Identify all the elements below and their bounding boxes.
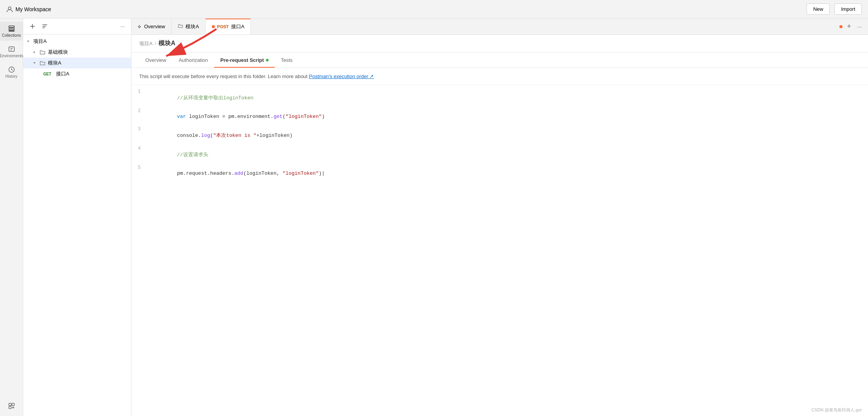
add-tab-button[interactable]: + bbox=[846, 21, 853, 32]
tree-item-interfaceA[interactable]: GET 接口A bbox=[23, 68, 131, 79]
svg-rect-1 bbox=[9, 26, 14, 27]
tab-interfaceA-label: 接口A bbox=[231, 23, 245, 30]
code-line-4: 4 //设置请求头 bbox=[131, 145, 868, 164]
svg-rect-3 bbox=[9, 31, 14, 31]
svg-point-0 bbox=[8, 7, 11, 9]
sub-tab-pre-request-label: Pre-request Script bbox=[220, 57, 264, 63]
get-method-badge: GET bbox=[42, 72, 53, 77]
sub-tab-tests-label: Tests bbox=[281, 57, 293, 63]
sidebar-item-collections[interactable]: Collections bbox=[0, 22, 23, 41]
chevron-down-icon bbox=[26, 39, 32, 43]
overview-icon: ⟡ bbox=[138, 23, 141, 30]
sidebar-item-more[interactable] bbox=[0, 399, 23, 416]
svg-marker-19 bbox=[34, 51, 35, 53]
line-num-5: 5 bbox=[131, 165, 147, 170]
tab-active-dot bbox=[212, 25, 215, 28]
sub-tab-authorization[interactable]: Authorization bbox=[172, 53, 214, 68]
tab-overview[interactable]: ⟡ Overview bbox=[131, 19, 172, 34]
import-button[interactable]: Import bbox=[834, 3, 862, 15]
sidebar-item-history[interactable]: History bbox=[0, 63, 23, 82]
unsaved-dot bbox=[839, 25, 842, 28]
line-num-3: 3 bbox=[131, 126, 147, 132]
code-line-2: 2 var loginToken = pm.environment.get("l… bbox=[131, 107, 868, 126]
sort-collections-button[interactable] bbox=[40, 22, 49, 31]
sub-tab-overview[interactable]: Overview bbox=[139, 53, 172, 68]
line-content-2: var loginToken = pm.environment.get("log… bbox=[147, 108, 868, 125]
folder-icon bbox=[39, 49, 46, 55]
page-header: 项目A / 模块A bbox=[131, 35, 868, 53]
collections-header: ··· bbox=[23, 19, 131, 34]
jichu-module-label: 基础模块 bbox=[48, 49, 68, 56]
topbar: My Workspace New Import bbox=[0, 0, 868, 19]
tab-overview-label: Overview bbox=[144, 24, 165, 29]
sidebar-icons: Collections Environments History bbox=[0, 19, 23, 416]
tab-folder-icon bbox=[178, 23, 183, 30]
code-line-1: 1 //从环境变量中取出loginToken bbox=[131, 88, 868, 107]
line-num-2: 2 bbox=[131, 108, 147, 114]
script-info-text: This script will execute before every re… bbox=[139, 73, 308, 79]
svg-marker-20 bbox=[33, 62, 36, 64]
sub-tabs: Overview Authorization Pre-request Scrip… bbox=[131, 53, 868, 68]
workspace-title: My Workspace bbox=[6, 6, 51, 13]
pre-request-dot bbox=[266, 59, 269, 61]
breadcrumb-current: 模块A bbox=[158, 39, 175, 48]
collections-label: Collections bbox=[2, 33, 21, 38]
breadcrumb: 项目A / 模块A bbox=[139, 39, 175, 48]
history-label: History bbox=[5, 74, 17, 78]
tab-moduleA-label: 模块A bbox=[186, 23, 199, 30]
svg-rect-8 bbox=[9, 403, 11, 406]
sub-tab-tests[interactable]: Tests bbox=[275, 53, 299, 68]
new-button[interactable]: New bbox=[807, 3, 830, 15]
code-line-3: 3 console.log("本次token is "+loginToken) bbox=[131, 126, 868, 145]
main-layout: Collections Environments History bbox=[0, 19, 868, 416]
breadcrumb-sep: / bbox=[155, 41, 157, 46]
line-content-5: pm.request.headers.add(loginToken, "logi… bbox=[147, 165, 868, 182]
execution-order-link[interactable]: Postman's execution order ↗ bbox=[309, 73, 374, 79]
tab-moduleA[interactable]: 模块A bbox=[172, 19, 206, 34]
more-tabs-button[interactable]: ··· bbox=[856, 22, 863, 31]
sidebar-item-environments[interactable]: Environments bbox=[0, 42, 23, 61]
line-content-3: console.log("本次token is "+loginToken) bbox=[147, 126, 868, 145]
svg-rect-4 bbox=[9, 47, 14, 51]
post-method-label: POST bbox=[217, 24, 229, 29]
tree-item-moduleA[interactable]: 模块A bbox=[23, 58, 131, 68]
collections-panel: ··· 项目A bbox=[23, 19, 131, 416]
code-editor[interactable]: 1 //从环境变量中取出loginToken 2 var loginToken … bbox=[131, 85, 868, 416]
sub-tab-pre-request[interactable]: Pre-request Script bbox=[214, 53, 275, 68]
line-num-1: 1 bbox=[131, 89, 147, 94]
line-content-4: //设置请求头 bbox=[147, 145, 868, 164]
tab-actions: + ··· bbox=[835, 21, 868, 32]
interfaceA-label: 接口A bbox=[56, 70, 70, 77]
moduleA-label: 模块A bbox=[48, 60, 61, 66]
footer-watermark: CSDN @菜鸟发抖洞人.gor bbox=[812, 407, 862, 413]
add-collection-button[interactable] bbox=[28, 22, 37, 31]
project-a-label: 项目A bbox=[33, 38, 47, 45]
breadcrumb-parent: 项目A bbox=[139, 40, 153, 47]
environments-label: Environments bbox=[0, 54, 23, 58]
collections-more-button[interactable]: ··· bbox=[119, 22, 126, 31]
tabs-bar: ⟡ Overview 模块A POST 接口A + bbox=[131, 19, 868, 35]
script-info: This script will execute before every re… bbox=[131, 68, 868, 85]
svg-marker-18 bbox=[27, 41, 29, 42]
chevron-down-moduleA-icon bbox=[32, 61, 38, 65]
tab-post-interfaceA[interactable]: POST 接口A bbox=[206, 19, 251, 34]
folder-moduleA-icon bbox=[39, 60, 46, 66]
tree-item-jichu-module[interactable]: 基础模块 bbox=[23, 47, 131, 58]
content-area: ⟡ Overview 模块A POST 接口A + bbox=[131, 19, 868, 416]
line-content-1: //从环境变量中取出loginToken bbox=[147, 89, 868, 107]
svg-rect-10 bbox=[9, 406, 11, 409]
sub-tab-overview-label: Overview bbox=[145, 57, 166, 63]
code-line-5: 5 pm.request.headers.add(loginToken, "lo… bbox=[131, 164, 868, 182]
svg-rect-2 bbox=[9, 28, 14, 30]
collections-tree: 项目A 基础模块 bbox=[23, 34, 131, 416]
sub-tab-authorization-label: Authorization bbox=[179, 57, 208, 63]
svg-rect-9 bbox=[12, 403, 14, 406]
line-num-4: 4 bbox=[131, 146, 147, 151]
tree-item-projectA[interactable]: 项目A bbox=[23, 36, 131, 47]
chevron-right-icon bbox=[32, 50, 38, 54]
